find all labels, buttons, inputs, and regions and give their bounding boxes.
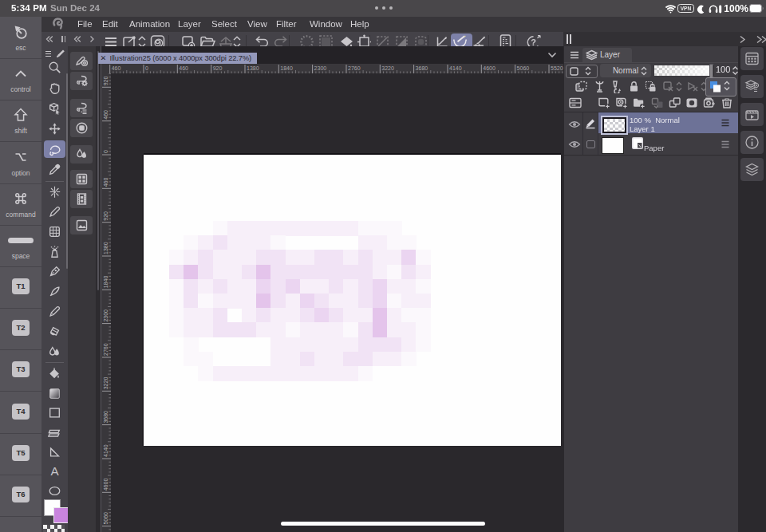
svg-text:VPN: VPN (681, 6, 692, 11)
svg-text:1380: 1380 (103, 242, 109, 254)
svg-text:460: 460 (103, 178, 109, 187)
svg-text:460: 460 (112, 65, 121, 71)
svg-text:A: A (50, 464, 59, 478)
svg-text:2300: 2300 (103, 309, 109, 322)
svg-text:3220: 3220 (103, 377, 109, 390)
svg-text:4140: 4140 (449, 65, 462, 71)
svg-text:0: 0 (103, 150, 109, 153)
svg-text:5060: 5060 (103, 512, 109, 525)
svg-text:5060: 5060 (517, 65, 530, 71)
svg-text:2760: 2760 (103, 343, 109, 356)
svg-text:460: 460 (179, 65, 188, 71)
svg-text:3680: 3680 (103, 411, 109, 424)
svg-text:4600: 4600 (483, 65, 496, 71)
svg-text:920: 920 (213, 65, 223, 71)
svg-text:4140: 4140 (103, 444, 109, 457)
svg-text:1840: 1840 (103, 276, 109, 289)
svg-text:3220: 3220 (381, 65, 394, 71)
svg-text:4600: 4600 (103, 479, 109, 491)
svg-text:?: ? (531, 37, 536, 47)
svg-text:920: 920 (103, 77, 109, 86)
svg-text:920: 920 (103, 211, 109, 221)
svg-text:3680: 3680 (416, 65, 428, 71)
svg-text:1380: 1380 (247, 65, 259, 71)
svg-text:460: 460 (103, 110, 109, 120)
svg-text:5520: 5520 (551, 65, 563, 71)
svg-text:0: 0 (145, 65, 148, 71)
svg-text:2760: 2760 (348, 65, 361, 71)
svg-text:1840: 1840 (280, 65, 293, 71)
svg-text:2300: 2300 (314, 65, 327, 71)
